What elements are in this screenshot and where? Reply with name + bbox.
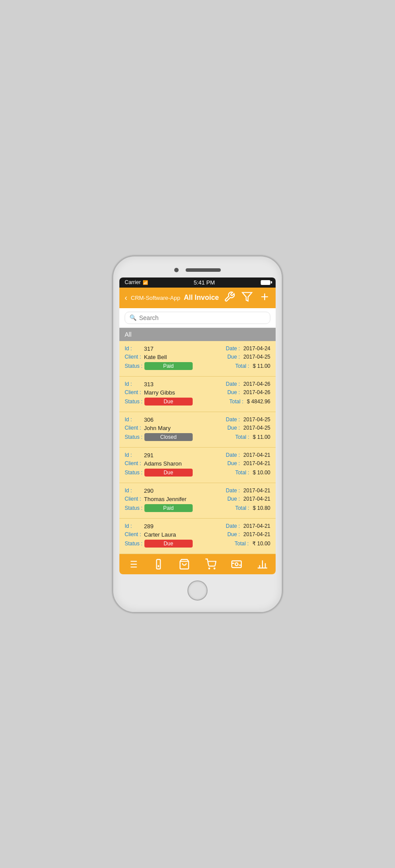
status-label: Status : — [125, 398, 143, 405]
due-label: Due : — [227, 389, 240, 395]
nav-money[interactable] — [228, 558, 245, 571]
svg-marker-0 — [242, 292, 252, 301]
due-value: 2017-04-21 — [244, 496, 270, 502]
invoice-client-left: Client : Marry Gibbs — [125, 389, 198, 396]
status-right — [261, 280, 270, 285]
status-label: Status : — [125, 434, 143, 440]
invoice-status-left: Status : Due — [125, 469, 198, 477]
invoice-date-right: Date : 2017-04-21 — [198, 452, 270, 458]
nav-chart[interactable] — [254, 558, 271, 571]
app-header: ‹ CRM-Software-App All Invoice — [119, 288, 276, 308]
invoice-item[interactable]: Id : 291 Date : 2017-04-21 Client : Adam… — [119, 448, 276, 483]
page-title: All Invoice — [184, 294, 219, 302]
status-badge: Paid — [144, 362, 193, 370]
wrench-icon[interactable] — [224, 291, 235, 305]
battery-icon — [261, 280, 270, 285]
invoice-client-row: Client : John Mary Due : 2017-04-25 — [125, 425, 270, 431]
date-value: 2017-04-26 — [244, 381, 270, 387]
id-label: Id : — [125, 381, 142, 387]
status-bar: Carrier 5:41 PM — [119, 277, 276, 288]
nav-invoice[interactable] — [150, 558, 167, 571]
camera — [174, 268, 179, 272]
invoice-item[interactable]: Id : 313 Date : 2017-04-26 Client : Marr… — [119, 377, 276, 412]
id-value: 290 — [144, 487, 154, 494]
date-label: Date : — [226, 381, 240, 387]
svg-point-14 — [214, 568, 215, 569]
due-label: Due : — [227, 531, 240, 537]
invoice-total-right: Total : $ 11.00 — [198, 363, 270, 369]
due-value: 2017-04-25 — [244, 425, 270, 431]
invoice-date-right: Date : 2017-04-21 — [198, 523, 270, 529]
invoice-due-right: Due : 2017-04-26 — [198, 389, 270, 395]
status-badge: Due — [144, 469, 193, 477]
search-bar: 🔍 — [119, 308, 276, 328]
total-value: $ 10.80 — [253, 505, 270, 511]
invoice-status-row: Status : Due Total : $ 10.00 — [125, 469, 270, 477]
invoice-date-right: Date : 2017-04-25 — [198, 416, 270, 423]
client-label: Client : — [125, 460, 142, 466]
nav-cart1[interactable] — [176, 558, 193, 571]
due-value: 2017-04-21 — [244, 460, 270, 466]
invoice-date-right: Date : 2017-04-21 — [198, 487, 270, 494]
invoice-status-left: Status : Paid — [125, 362, 198, 370]
svg-rect-9 — [157, 559, 161, 569]
invoice-status-row: Status : Due Total : ₹ 10.00 — [125, 540, 270, 548]
id-label: Id : — [125, 416, 142, 423]
phone-bottom — [119, 574, 276, 604]
total-value: $ 4842.96 — [247, 398, 270, 405]
due-label: Due : — [227, 425, 240, 431]
due-value: 2017-04-25 — [244, 354, 270, 360]
status-label: Status : — [125, 363, 143, 369]
search-icon: 🔍 — [129, 314, 136, 321]
invoice-item[interactable]: Id : 306 Date : 2017-04-25 Client : John… — [119, 412, 276, 448]
id-value: 306 — [144, 416, 154, 423]
date-label: Date : — [226, 523, 240, 529]
client-value: Adams Sharon — [144, 460, 182, 467]
invoice-item[interactable]: Id : 289 Date : 2017-04-21 Client : Cart… — [119, 519, 276, 554]
search-input[interactable] — [139, 314, 266, 321]
total-value: $ 11.00 — [253, 363, 270, 369]
phone-screen: Carrier 5:41 PM ‹ CRM-Software-App All I… — [119, 277, 276, 574]
svg-point-16 — [235, 562, 238, 566]
invoice-item[interactable]: Id : 290 Date : 2017-04-21 Client : Thom… — [119, 483, 276, 519]
due-value: 2017-04-26 — [244, 389, 270, 395]
header-icons — [224, 291, 270, 305]
client-label: Client : — [125, 531, 142, 537]
date-value: 2017-04-24 — [244, 345, 270, 352]
nav-list[interactable] — [124, 558, 141, 571]
invoice-status-left: Status : Paid — [125, 504, 198, 512]
section-header: All — [119, 328, 276, 341]
filter-icon[interactable] — [241, 291, 253, 305]
status-label: Status : — [125, 505, 143, 511]
status-label: Status : — [125, 470, 143, 476]
home-button[interactable] — [187, 580, 208, 601]
id-label: Id : — [125, 345, 142, 352]
id-value: 313 — [144, 381, 154, 388]
invoice-total-right: Total : ₹ 10.00 — [198, 541, 270, 547]
total-label: Total : — [235, 541, 249, 547]
total-value: $ 11.00 — [253, 434, 270, 440]
total-label: Total : — [230, 398, 244, 405]
invoice-client-row: Client : Marry Gibbs Due : 2017-04-26 — [125, 389, 270, 396]
app-name: CRM-Software-App — [131, 295, 180, 301]
id-label: Id : — [125, 452, 142, 458]
add-icon[interactable] — [259, 291, 270, 305]
invoice-item[interactable]: Id : 317 Date : 2017-04-24 Client : Kate… — [119, 341, 276, 377]
invoice-id-left: Id : 289 — [125, 523, 198, 530]
total-value: $ 10.00 — [253, 470, 270, 476]
date-label: Date : — [226, 416, 240, 423]
nav-cart2[interactable] — [202, 558, 219, 571]
invoice-id-left: Id : 313 — [125, 381, 198, 388]
client-label: Client : — [125, 496, 142, 502]
id-label: Id : — [125, 487, 142, 494]
client-value: Kate Bell — [144, 354, 167, 360]
back-button[interactable]: ‹ — [125, 293, 127, 302]
invoice-status-left: Status : Due — [125, 398, 198, 406]
id-value: 291 — [144, 452, 154, 459]
search-input-wrap[interactable]: 🔍 — [125, 312, 270, 324]
status-badge: Closed — [144, 433, 193, 441]
invoice-due-right: Due : 2017-04-25 — [198, 354, 270, 360]
invoice-status-row: Status : Closed Total : $ 11.00 — [125, 433, 270, 441]
due-label: Due : — [227, 460, 240, 466]
date-value: 2017-04-21 — [244, 523, 270, 529]
